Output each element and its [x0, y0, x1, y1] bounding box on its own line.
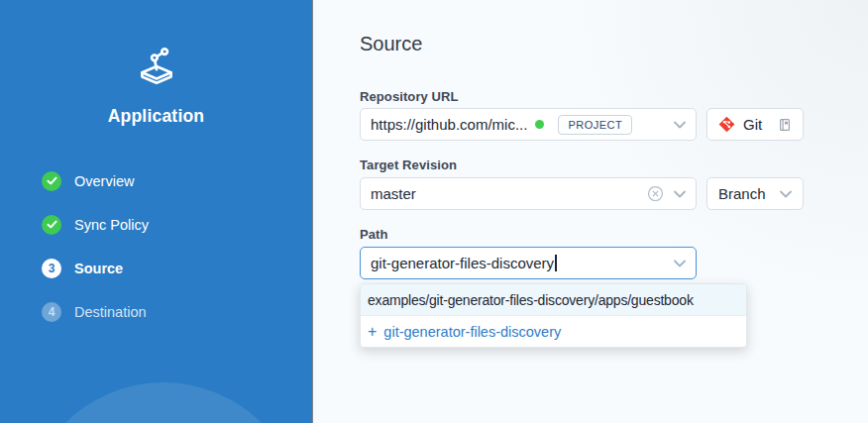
- source-step-panel: Source Repository URL https://github.com…: [313, 0, 868, 423]
- repository-url-label: Repository URL: [360, 89, 459, 104]
- repository-type-label: Git: [743, 116, 762, 133]
- step-source[interactable]: 3 Source: [42, 258, 292, 278]
- path-label: Path: [360, 227, 388, 242]
- step-overview[interactable]: Overview: [42, 170, 292, 191]
- revision-type-selector[interactable]: Branch: [706, 177, 804, 210]
- wizard-steps: Overview Sync Policy 3 Source 4 Destinat…: [42, 170, 292, 345]
- path-option[interactable]: examples/git-generator-files-discovery/a…: [361, 284, 746, 316]
- step-label: Source: [74, 261, 123, 276]
- path-suggestions-dropdown: examples/git-generator-files-discovery/a…: [360, 283, 747, 348]
- wizard-title: Application: [0, 106, 312, 127]
- target-revision-input[interactable]: master: [360, 177, 697, 210]
- project-badge: PROJECT: [558, 115, 632, 135]
- repository-url-input[interactable]: https://github.com/mic... PROJECT: [360, 108, 697, 141]
- chevron-down-icon[interactable]: [674, 121, 686, 129]
- step-number-badge: 4: [42, 302, 61, 322]
- step-destination[interactable]: 4 Destination: [42, 301, 292, 322]
- step-sync-policy[interactable]: Sync Policy: [42, 214, 292, 235]
- check-icon: [42, 215, 61, 235]
- sidebar-header: Application: [0, 40, 312, 127]
- target-revision-label: Target Revision: [360, 158, 457, 172]
- chevron-down-icon[interactable]: [674, 260, 686, 267]
- step-label: Overview: [74, 173, 134, 189]
- step-label: Sync Policy: [74, 217, 149, 233]
- chevron-down-icon[interactable]: [780, 190, 792, 198]
- path-input[interactable]: git-generator-files-discovery: [360, 247, 697, 279]
- connection-status-dot: [535, 120, 544, 129]
- application-icon: [132, 40, 181, 89]
- step-label: Destination: [74, 304, 147, 320]
- decorative-circle: [25, 382, 302, 423]
- chevron-down-icon[interactable]: [674, 190, 686, 198]
- path-option-create-new[interactable]: + git-generator-files-discovery: [361, 316, 746, 347]
- text-cursor: [555, 255, 557, 271]
- check-icon: [42, 171, 61, 191]
- git-logo-icon: [718, 116, 735, 133]
- clear-icon[interactable]: [647, 185, 664, 202]
- repository-book-icon[interactable]: [778, 118, 792, 132]
- page-title: Source: [360, 33, 422, 55]
- wizard-sidebar: Application Overview Sync Policy 3 Sourc…: [0, 0, 313, 423]
- revision-type-label: Branch: [718, 185, 766, 202]
- target-revision-value: master: [371, 185, 416, 202]
- step-number-badge: 3: [42, 259, 61, 278]
- repository-type-selector[interactable]: Git: [706, 108, 804, 141]
- repository-url-value: https://github.com/mic...: [371, 116, 527, 133]
- path-value: git-generator-files-discovery: [371, 255, 554, 271]
- path-option-label: git-generator-files-discovery: [383, 324, 561, 340]
- plus-icon: +: [368, 324, 377, 340]
